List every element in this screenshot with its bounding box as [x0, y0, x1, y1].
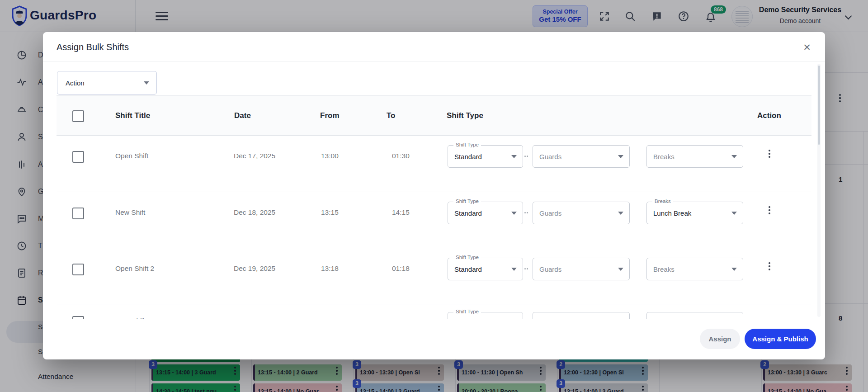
breaks-placeholder: Breaks [653, 265, 675, 273]
guards-placeholder: Guards [539, 209, 561, 217]
shift-type-select-label: Shift Type [453, 255, 481, 260]
dropdown-arrow-icon [618, 155, 623, 158]
dialog-title: Assign Bulk Shifts [57, 42, 129, 52]
shift-type-select[interactable]: Shift Type Standard [448, 202, 523, 224]
dialog-footer: Assign Assign & Publish [43, 319, 825, 359]
shift-type-value: Standard [454, 153, 482, 161]
dropdown-arrow-icon [731, 268, 737, 271]
table-row: Open Shift 2 Dec 19, 2025 13:18 01:18 Sh… [57, 248, 811, 304]
breaks-placeholder: Breaks [653, 153, 675, 161]
guards-select[interactable]: Guards [533, 145, 630, 168]
shift-type-select[interactable]: Shift Type Standard [448, 258, 523, 280]
guards-placeholder: Guards [539, 265, 561, 273]
row-actions-kebab-icon[interactable] [769, 265, 770, 267]
select-all-checkbox[interactable] [72, 110, 84, 122]
row-actions-kebab-icon[interactable] [769, 209, 770, 211]
shift-type-select[interactable]: Shift Type Standard [448, 145, 523, 168]
dropdown-arrow-icon [731, 155, 737, 158]
dropdown-arrow-icon [511, 268, 517, 271]
breaks-select[interactable]: Breaks [646, 145, 743, 168]
close-icon[interactable]: ✕ [799, 39, 815, 56]
breaks-select[interactable] [646, 312, 743, 319]
shift-type-value: Standard [454, 209, 482, 217]
breaks-select-label: Breaks [652, 198, 673, 204]
from-cell: 13:00 [321, 152, 339, 160]
dropdown-arrow-icon [511, 155, 517, 158]
row-checkbox[interactable] [72, 264, 84, 275]
row-checkbox[interactable] [72, 151, 84, 163]
column-header-from: From [320, 111, 340, 120]
table-body: Open Shift Dec 17, 2025 13:00 01:30 Shif… [43, 135, 825, 319]
assign-and-publish-button[interactable]: Assign & Publish [745, 329, 816, 349]
dropdown-arrow-icon [144, 81, 149, 85]
app-root: GuardsPro Special Offer Get 15% OFF [0, 0, 868, 392]
column-resize-dots [524, 156, 526, 157]
dialog-header-divider [43, 61, 825, 61]
table-header: Shift Title Date From To Shift Type Acti… [57, 95, 811, 136]
table-row: open shift Dec 3, 2025 14:00 02:30 Shift… [57, 304, 811, 319]
action-select[interactable]: Action [57, 71, 157, 94]
guards-select[interactable]: Guards [533, 258, 630, 280]
breaks-select[interactable]: Breaks [646, 258, 743, 280]
date-cell: Dec 19, 2025 [234, 264, 275, 273]
table-row: New Shift Dec 18, 2025 13:15 14:15 Shift… [57, 192, 811, 248]
from-cell: 13:18 [321, 264, 339, 273]
row-checkbox[interactable] [72, 208, 84, 219]
column-header-action: Action [757, 111, 781, 120]
shift-title-cell: Open Shift [115, 152, 148, 160]
date-cell: Dec 17, 2025 [234, 152, 275, 160]
shift-type-select[interactable]: Shift Type [448, 312, 523, 319]
to-cell: 01:18 [392, 264, 410, 273]
shift-type-select-label: Shift Type [453, 309, 481, 314]
breaks-select[interactable]: Breaks Lunch Break [646, 202, 743, 224]
dropdown-arrow-icon [731, 212, 737, 215]
guards-select[interactable] [533, 312, 630, 319]
dialog-scrollbar-thumb[interactable] [818, 66, 820, 145]
table-row: Open Shift Dec 17, 2025 13:00 01:30 Shif… [57, 135, 811, 192]
action-select-label: Action [66, 79, 85, 87]
dropdown-arrow-icon [511, 212, 517, 215]
column-header-shift-title: Shift Title [115, 111, 150, 120]
to-cell: 01:30 [392, 152, 410, 160]
row-actions-kebab-icon[interactable] [769, 153, 770, 155]
to-cell: 14:15 [392, 208, 410, 217]
column-header-to: To [387, 111, 396, 120]
shift-title-cell: Open Shift 2 [115, 264, 154, 273]
shift-type-select-label: Shift Type [453, 198, 481, 204]
guards-select[interactable]: Guards [533, 202, 630, 224]
assign-bulk-shifts-dialog: Assign Bulk Shifts ✕ Action Shift Title … [43, 32, 825, 359]
shift-title-cell: New Shift [115, 208, 145, 217]
column-header-date: Date [234, 111, 251, 120]
shift-type-select-label: Shift Type [453, 142, 481, 147]
date-cell: Dec 18, 2025 [234, 208, 275, 217]
assign-button[interactable]: Assign [700, 329, 740, 349]
column-resize-dots [524, 268, 526, 269]
shift-type-value: Standard [454, 265, 482, 273]
from-cell: 13:15 [321, 208, 339, 217]
column-resize-dots [524, 212, 526, 213]
breaks-value: Lunch Break [653, 209, 691, 217]
column-header-shift-type: Shift Type [447, 111, 483, 120]
dropdown-arrow-icon [618, 212, 623, 215]
dropdown-arrow-icon [618, 268, 623, 271]
guards-placeholder: Guards [539, 153, 561, 161]
